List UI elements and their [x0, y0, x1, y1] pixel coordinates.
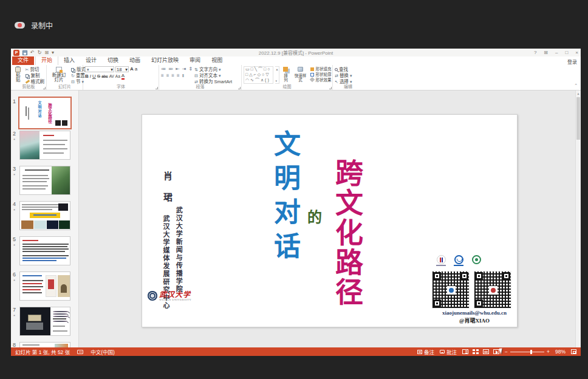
clear-format-icon[interactable]: abc: [101, 75, 108, 79]
editing-group-label: 编辑: [333, 83, 363, 89]
grow-font-icon[interactable]: A: [130, 67, 134, 72]
font-dialog-launcher[interactable]: [156, 87, 158, 89]
slideshow-view-icon[interactable]: [493, 349, 499, 354]
window-title: 2022.12.9 [兼容模式] - PowerPoint: [11, 49, 581, 56]
char-spacing-icon[interactable]: AV: [109, 75, 114, 79]
align-right-icon[interactable]: ≡: [171, 73, 174, 78]
replace-button[interactable]: ⇄替换▾: [335, 73, 352, 78]
slide-title-blue[interactable]: 文明对话: [272, 130, 298, 266]
indent-more-icon[interactable]: ⇥: [182, 67, 186, 72]
language-indicator[interactable]: 中文(中国): [91, 348, 115, 355]
copy-button[interactable]: 复制: [26, 73, 45, 78]
thumbnail-4-preview[interactable]: [19, 201, 70, 230]
indent-less-icon[interactable]: ⇤: [176, 67, 180, 72]
thumbnail-3-preview[interactable]: [19, 166, 70, 195]
shrink-font-icon[interactable]: a: [135, 67, 137, 72]
collapse-ribbon-icon[interactable]: ⌃: [574, 83, 578, 88]
thumbnail-6-preview[interactable]: [19, 271, 70, 301]
clipboard-group: 粘贴 ✂剪切 复制 格式刷 剪贴板: [11, 65, 47, 90]
columns-icon[interactable]: ‖: [182, 73, 184, 78]
thumbnail-2-preview[interactable]: [19, 131, 70, 160]
comments-toggle[interactable]: 批注: [440, 348, 457, 355]
zoom-slider[interactable]: [510, 352, 544, 352]
zoom-in-icon[interactable]: +: [547, 349, 550, 355]
scissors-icon: ✂: [26, 67, 29, 72]
justify-icon[interactable]: ≡: [177, 73, 180, 78]
shape-effects-button[interactable]: 形状效果: [310, 78, 331, 83]
clipboard-dialog-launcher[interactable]: [43, 87, 46, 89]
quick-styles-button[interactable]: 快速样式: [292, 66, 309, 84]
find-button[interactable]: 查找: [335, 67, 352, 72]
quick-styles-icon: [298, 67, 303, 72]
ribbon-display-icon[interactable]: ⊞: [544, 50, 548, 55]
slide-email[interactable]: xiaojunemails@whu.edu.cn: [423, 310, 526, 316]
zoom-out-icon[interactable]: −: [505, 349, 508, 355]
sign-in-link[interactable]: 登录: [567, 58, 577, 65]
close-icon[interactable]: ×: [575, 50, 578, 55]
thumbnail-8-preview[interactable]: [19, 342, 70, 347]
font-name-combobox[interactable]: ▾: [85, 66, 114, 72]
align-text-button[interactable]: ⊟对齐文本▾: [194, 73, 232, 78]
bold-button[interactable]: B: [85, 74, 89, 79]
line-spacing-icon[interactable]: ⇕: [188, 67, 193, 72]
window-controls: ? ⊞ – □ ×: [534, 50, 578, 55]
quick-access-toolbar: P ↶ ↻ ⊞ ▾: [13, 50, 54, 56]
redo-icon[interactable]: ↻: [38, 50, 42, 55]
strikethrough-button[interactable]: S: [97, 74, 100, 79]
font-size-combobox[interactable]: 18▾: [115, 66, 129, 72]
zoom-slider-thumb[interactable]: [530, 350, 532, 354]
fit-to-window-icon[interactable]: [571, 349, 576, 354]
shapes-gallery[interactable]: ▭□╲⌒□○ □△⌐◇○▽ ◠∿⌒∧(): [244, 66, 273, 84]
change-case-icon[interactable]: Aa: [115, 75, 120, 79]
scroll-up-icon[interactable]: ▲: [576, 90, 581, 95]
slide-connector-char[interactable]: 的: [307, 205, 322, 227]
normal-view-icon[interactable]: [462, 349, 468, 354]
customize-qat-icon[interactable]: ▾: [52, 50, 54, 55]
slide-title-magenta[interactable]: 跨文化路径: [333, 159, 361, 307]
arrange-button[interactable]: 排列: [281, 66, 290, 84]
align-left-icon[interactable]: ≡: [161, 73, 164, 78]
thumbnail-7-preview[interactable]: [19, 307, 70, 336]
slide-sorter-view-icon[interactable]: [473, 349, 479, 354]
undo-icon[interactable]: ↶: [30, 50, 35, 55]
thumbnail-5-preview[interactable]: [19, 236, 70, 265]
powerpoint-logo-icon[interactable]: P: [13, 50, 19, 56]
drawing-dialog-launcher[interactable]: [329, 87, 332, 89]
save-icon[interactable]: [22, 50, 27, 55]
paragraph-dialog-launcher[interactable]: [238, 87, 241, 89]
paragraph-group: ≔ ≕ ⇤ ⇥ ⇕ ≡ ≡ ≡ ≡ ‖ ⇅文字方向▾ ⊟对齐文本▾ ⇄转换为 S…: [159, 65, 242, 90]
thumbnail-qr-codes: [55, 120, 67, 126]
help-icon[interactable]: ?: [534, 50, 536, 55]
bullets-icon[interactable]: ≔: [161, 67, 166, 72]
underline-button[interactable]: U: [92, 74, 96, 79]
slide-social-handle[interactable]: @肖珺XIAO: [423, 316, 526, 324]
shape-outline-button[interactable]: 形状轮廓: [310, 72, 331, 77]
shape-fill-button[interactable]: 形状填充: [310, 67, 331, 72]
zoom-percentage[interactable]: 98%: [555, 349, 566, 355]
slide-canvas[interactable]: 文明对话 的 跨文化路径 肖珺 武汉大学媒体发展研究中心 武汉大学新闻与传播学院…: [142, 114, 518, 327]
align-center-icon[interactable]: ≡: [166, 73, 169, 78]
scrollbar-thumb[interactable]: [576, 97, 580, 140]
qr-codes: [432, 271, 511, 309]
shape-effects-icon: [310, 77, 315, 82]
start-slideshow-icon[interactable]: ⊞: [44, 50, 49, 55]
shapes-gallery-scroll[interactable]: ▲ ▾: [275, 66, 280, 84]
minimize-icon[interactable]: –: [555, 50, 558, 55]
restore-icon[interactable]: □: [565, 50, 568, 55]
whu-logo-text: 武汉大学: [159, 290, 191, 299]
italic-button[interactable]: I: [90, 74, 91, 79]
notes-toggle[interactable]: 备注: [417, 348, 434, 355]
zoom-control: − +: [505, 349, 550, 355]
numbering-icon[interactable]: ≕: [168, 67, 173, 72]
thumbnail-1-preview[interactable]: 文明对话 跨文化路径: [18, 97, 72, 129]
reading-view-icon[interactable]: [483, 349, 489, 354]
input-method-icon[interactable]: [77, 350, 83, 354]
layout-icon: [71, 68, 74, 72]
text-direction-button[interactable]: ⇅文字方向▾: [194, 67, 232, 72]
editing-group: 查找 ⇄替换▾ ↖选择▾ 编辑: [333, 65, 363, 90]
font-color-button[interactable]: A: [121, 73, 125, 80]
vertical-scrollbar[interactable]: ▲: [575, 90, 581, 347]
new-slide-button[interactable]: 新建幻灯片: [49, 66, 69, 84]
paste-button[interactable]: 粘贴: [13, 66, 24, 84]
cut-button[interactable]: ✂剪切: [26, 67, 45, 72]
